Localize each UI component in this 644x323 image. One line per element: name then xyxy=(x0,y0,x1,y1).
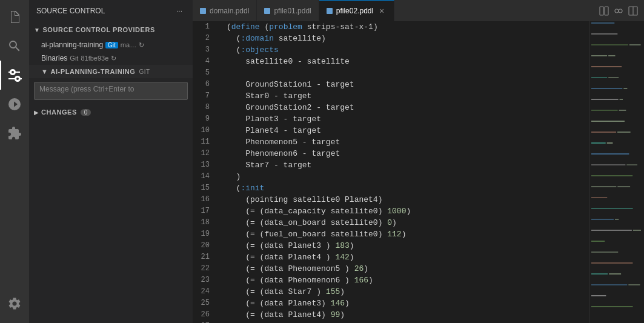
tab-file-icon-pfile01 xyxy=(264,8,270,14)
tab-file-icon-domain xyxy=(200,8,206,14)
line-number: 14 xyxy=(193,171,214,182)
extensions-icon[interactable] xyxy=(0,119,29,148)
code-line: (define (problem strips-sat-x-1) xyxy=(227,21,589,33)
layout-button[interactable] xyxy=(627,5,639,17)
provider-name-binaries: Binaries xyxy=(41,54,67,62)
tab-pfile02[interactable]: pfile02.pddl × xyxy=(319,0,394,21)
run-debug-icon[interactable] xyxy=(0,90,29,119)
provider-git-badge: Git xyxy=(105,42,118,48)
code-line: (= (data_on_board satellite0) 0) xyxy=(227,217,589,228)
tab-domain-pddl[interactable]: domain.pddl xyxy=(193,0,257,21)
svg-rect-0 xyxy=(200,8,206,14)
repo-section[interactable]: ▼ AI-PLANNING-TRAINING GIT xyxy=(29,65,193,78)
commit-message-input[interactable] xyxy=(34,82,188,100)
tab-bar-actions xyxy=(598,5,644,17)
changes-count-badge: 0 xyxy=(81,109,91,116)
line-number: 4 xyxy=(193,56,214,67)
settings-icon[interactable] xyxy=(0,289,29,318)
line-number: 19 xyxy=(193,228,214,240)
provider-ai-planning[interactable]: ai-planning-training Git ma… ↻ xyxy=(29,38,193,52)
line-number: 11 xyxy=(193,136,214,148)
changes-section-header[interactable]: ▶ CHANGES 0 xyxy=(29,104,193,121)
svg-rect-2 xyxy=(327,8,333,14)
svg-rect-4 xyxy=(605,7,608,15)
provider-binaries[interactable]: Binaries Git 81fbe93e ↻ xyxy=(29,52,193,65)
open-changes-button[interactable] xyxy=(612,5,625,17)
code-line: (= (fuel_on_board satellite0) 112) xyxy=(227,228,589,240)
code-line: (:domain satellite) xyxy=(227,33,589,44)
source-control-icon[interactable] xyxy=(0,61,29,90)
line-number: 12 xyxy=(193,148,214,159)
tab-label-pfile01: pfile01.pddl xyxy=(274,7,311,15)
code-line: (= (data_capacity satellite0) 1000) xyxy=(227,205,589,217)
svg-point-6 xyxy=(619,9,622,13)
providers-section-header[interactable]: ▼ SOURCE CONTROL PROVIDERS xyxy=(29,21,193,38)
code-line: (= (data Planet3 ) 183) xyxy=(227,240,589,251)
line-number: 18 xyxy=(193,217,214,228)
minimap-canvas xyxy=(590,21,644,323)
provider-sync-icon[interactable]: ↻ xyxy=(139,41,144,49)
code-line: (:init xyxy=(227,182,589,194)
svg-point-5 xyxy=(615,9,619,13)
provider-binaries-sync-icon[interactable]: ↻ xyxy=(111,55,116,62)
tab-label-pfile02: pfile02.pddl xyxy=(336,7,373,15)
tab-file-icon-pfile02 xyxy=(327,8,333,14)
line-number: 27 xyxy=(193,321,214,323)
line-number: 13 xyxy=(193,159,214,171)
activity-bar xyxy=(0,0,29,323)
code-line: GroundStation1 - target xyxy=(227,79,589,90)
explorer-icon[interactable] xyxy=(0,2,29,32)
code-line: GroundStation2 - target xyxy=(227,102,589,113)
split-editor-button[interactable] xyxy=(598,5,610,17)
code-line: (= (data Phenomenon6 ) 166) xyxy=(227,275,589,286)
provider-binaries-hash: 81fbe93e xyxy=(81,55,108,62)
svg-rect-3 xyxy=(600,7,603,15)
providers-chevron-icon: ▼ xyxy=(34,27,40,33)
provider-extra-label: ma… xyxy=(121,41,136,48)
line-number: 6 xyxy=(193,79,214,90)
line-number: 21 xyxy=(193,251,214,263)
code-line: ) xyxy=(227,171,589,182)
changes-label: CHANGES xyxy=(41,108,77,116)
code-line: Star7 - target xyxy=(227,159,589,171)
line-number: 7 xyxy=(193,90,214,102)
code-line: Phenomenon6 - target xyxy=(227,148,589,159)
changes-chevron-icon: ▶ xyxy=(34,109,39,116)
line-number: 20 xyxy=(193,240,214,251)
line-number: 5 xyxy=(193,67,214,79)
code-line: satellite0 - satellite xyxy=(227,56,589,67)
line-number: 26 xyxy=(193,309,214,321)
sidebar-header: SOURCE CONTROL ··· xyxy=(29,0,193,21)
editor-area: domain.pddl pfile01.pddl pfile02.pddl × … xyxy=(193,0,644,323)
repo-git-label: GIT xyxy=(139,68,150,75)
line-number: 23 xyxy=(193,275,214,286)
provider-name-ai: ai-planning-training xyxy=(41,41,103,49)
sidebar-title: SOURCE CONTROL xyxy=(36,7,105,15)
line-number: 22 xyxy=(193,263,214,275)
tab-close-button[interactable]: × xyxy=(377,6,387,16)
code-line: Phenomenon5 - target xyxy=(227,136,589,148)
sidebar-header-actions: ··· xyxy=(173,5,185,17)
code-content[interactable]: (define (problem strips-sat-x-1) (:domai… xyxy=(222,21,589,323)
minimap[interactable] xyxy=(589,21,644,323)
layout-icon xyxy=(628,6,638,16)
code-line: (= (data Planet4) 99) xyxy=(227,309,589,321)
code-line: (pointing satellite0 Planet4) xyxy=(227,194,589,205)
providers-section-label: SOURCE CONTROL PROVIDERS xyxy=(42,26,154,33)
code-line: (:objects xyxy=(227,44,589,56)
svg-rect-1 xyxy=(264,8,270,14)
line-number: 24 xyxy=(193,286,214,298)
code-line: Star0 - target xyxy=(227,90,589,102)
code-line xyxy=(227,67,589,79)
tab-pfile01[interactable]: pfile01.pddl xyxy=(257,0,319,21)
more-actions-button[interactable]: ··· xyxy=(173,5,185,17)
line-number: 25 xyxy=(193,298,214,309)
line-number: 10 xyxy=(193,125,214,136)
search-icon[interactable] xyxy=(0,32,29,61)
line-number: 3 xyxy=(193,44,214,56)
code-line: Planet3 - target xyxy=(227,113,589,125)
code-line: Planet4 - target xyxy=(227,125,589,136)
code-editor[interactable]: 1234567891011121314151617181920212223242… xyxy=(193,21,644,323)
tab-label-domain: domain.pddl xyxy=(210,7,249,15)
open-changes-icon xyxy=(614,6,623,16)
